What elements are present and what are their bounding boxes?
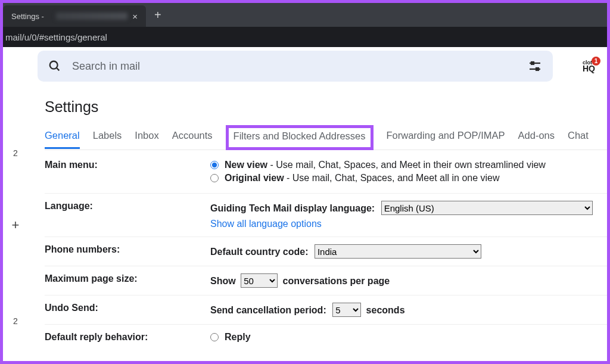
browser-tab[interactable]: Settings - × xyxy=(3,5,146,27)
section-page-size: Maximum page size: Show 50 conversations… xyxy=(45,266,607,295)
section-label: Maximum page size: xyxy=(45,273,210,288)
section-label: Language: xyxy=(45,201,210,229)
tab-labels[interactable]: Labels xyxy=(93,130,122,149)
section-undo-send: Undo Send: Send cancellation period: 5 s… xyxy=(45,295,607,325)
rail-indicator: 2 xyxy=(13,316,18,326)
section-label: Phone numbers: xyxy=(45,244,210,259)
svg-rect-5 xyxy=(536,68,539,70)
search-icon xyxy=(48,60,61,73)
search-input[interactable] xyxy=(72,60,528,73)
browser-tabs-bar: Settings - × + xyxy=(3,3,607,27)
radio-reply[interactable] xyxy=(210,333,219,341)
radio-original-view[interactable] xyxy=(210,174,219,182)
rail-indicator: 2 xyxy=(13,148,18,158)
notification-badge: 1 xyxy=(592,57,600,66)
language-select[interactable]: English (US) xyxy=(381,201,593,215)
tab-chat[interactable]: Chat xyxy=(568,130,589,149)
hq-badge[interactable]: clot HQ 1 xyxy=(583,60,595,73)
tab-addons[interactable]: Add-ons xyxy=(518,130,555,149)
left-rail: 2 + 2 xyxy=(5,148,26,352)
settings-tabs: General Labels Inbox Accounts Filters an… xyxy=(45,130,607,150)
plus-icon[interactable]: + xyxy=(12,217,20,233)
svg-rect-4 xyxy=(531,62,534,64)
country-code-select[interactable]: India xyxy=(315,244,481,259)
section-label: Main menu: xyxy=(45,160,210,186)
url-text: mail/u/0/#settings/general xyxy=(5,32,107,42)
tab-filters[interactable]: Filters and Blocked Addresses xyxy=(226,125,374,150)
undo-period-select[interactable]: 5 xyxy=(332,303,361,317)
section-reply: Default reply behavior: Reply xyxy=(45,325,607,352)
tab-forwarding[interactable]: Forwarding and POP/IMAP xyxy=(387,130,505,149)
section-label: Default reply behavior: xyxy=(45,332,210,345)
section-main-menu: Main menu: New view - Use mail, Chat, Sp… xyxy=(45,157,607,194)
section-label: Undo Send: xyxy=(45,303,210,317)
page-size-select[interactable]: 50 xyxy=(241,273,278,288)
tab-blurred-area xyxy=(56,13,127,20)
tune-icon[interactable] xyxy=(528,59,542,73)
tab-accounts[interactable]: Accounts xyxy=(172,130,213,149)
tab-title: Settings - xyxy=(11,12,52,21)
tab-general[interactable]: General xyxy=(45,130,80,149)
search-bar[interactable] xyxy=(38,51,553,82)
show-all-languages-link[interactable]: Show all language options xyxy=(210,219,607,229)
section-language: Language: Guiding Tech Mail display lang… xyxy=(45,194,607,237)
svg-line-1 xyxy=(57,68,60,71)
close-icon[interactable]: × xyxy=(132,11,138,21)
tab-inbox[interactable]: Inbox xyxy=(135,130,158,149)
page-title: Settings xyxy=(45,98,607,116)
svg-point-0 xyxy=(50,61,58,69)
new-tab-button[interactable]: + xyxy=(154,8,161,22)
section-phone: Phone numbers: Default country code: Ind… xyxy=(45,237,607,266)
radio-new-view[interactable] xyxy=(210,161,219,169)
address-bar[interactable]: mail/u/0/#settings/general xyxy=(3,27,607,47)
